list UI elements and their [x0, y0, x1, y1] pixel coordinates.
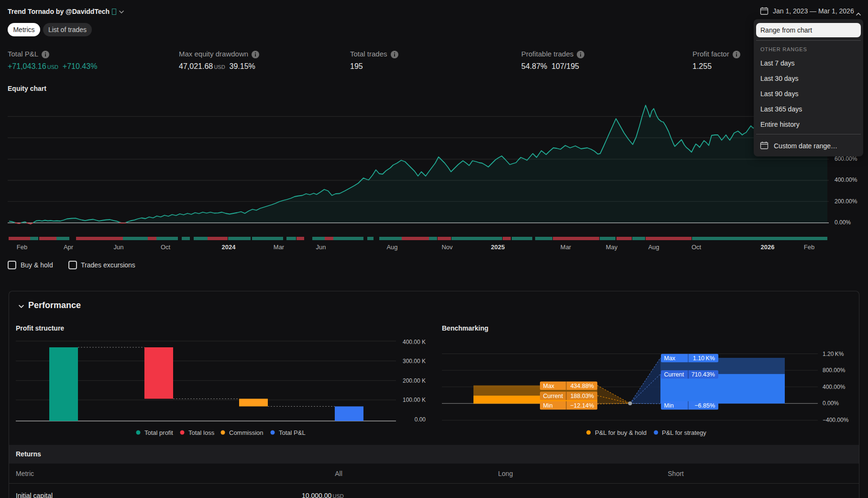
svg-text:2026: 2026: [761, 243, 775, 251]
svg-text:1.10 K%: 1.10 K%: [693, 355, 715, 362]
svg-text:2024: 2024: [222, 243, 236, 251]
svg-text:Feb: Feb: [17, 243, 27, 251]
svg-text:400.00%: 400.00%: [823, 384, 846, 390]
svg-text:Oct: Oct: [161, 243, 171, 251]
svg-text:Min: Min: [664, 402, 674, 409]
svg-text:Max: Max: [543, 383, 555, 389]
svg-text:200.00%: 200.00%: [835, 198, 857, 205]
svg-text:Max: Max: [664, 355, 676, 362]
svg-text:−12.14%: −12.14%: [570, 402, 594, 409]
svg-text:Aug: Aug: [648, 243, 659, 251]
svg-text:2025: 2025: [491, 243, 505, 251]
svg-text:Current: Current: [664, 371, 684, 378]
svg-text:P&L for buy & hold: P&L for buy & hold: [595, 429, 647, 436]
svg-text:710.43%: 710.43%: [692, 371, 715, 378]
svg-text:1.20 K%: 1.20 K%: [823, 351, 844, 357]
svg-text:0.00%: 0.00%: [823, 400, 839, 407]
svg-text:434.88%: 434.88%: [571, 383, 594, 389]
svg-text:Commission: Commission: [229, 429, 264, 436]
svg-text:Feb: Feb: [804, 243, 814, 251]
svg-text:188.03%: 188.03%: [571, 393, 594, 399]
svg-text:Current: Current: [543, 393, 563, 399]
svg-text:0.00: 0.00: [415, 416, 426, 423]
svg-text:100.00 K: 100.00 K: [403, 397, 426, 403]
svg-text:800.00%: 800.00%: [823, 367, 846, 374]
svg-text:Nov: Nov: [441, 243, 453, 251]
svg-text:200.00 K: 200.00 K: [403, 377, 426, 384]
svg-text:May: May: [606, 243, 618, 251]
svg-text:Jun: Jun: [114, 243, 124, 251]
svg-text:Jun: Jun: [316, 243, 326, 251]
svg-text:P&L for strategy: P&L for strategy: [662, 429, 706, 436]
svg-text:Mar: Mar: [560, 243, 571, 251]
svg-text:300.00 K: 300.00 K: [403, 358, 426, 365]
svg-text:400.00%: 400.00%: [835, 177, 857, 183]
svg-text:Total P&L: Total P&L: [279, 429, 306, 436]
svg-text:0.00%: 0.00%: [835, 219, 851, 226]
svg-text:400.00 K: 400.00 K: [403, 339, 426, 345]
svg-text:Total profit: Total profit: [144, 429, 173, 436]
svg-text:−400.00%: −400.00%: [823, 417, 849, 423]
svg-text:Oct: Oct: [692, 243, 702, 251]
svg-text:−6.85%: −6.85%: [694, 402, 715, 409]
svg-text:Mar: Mar: [274, 243, 285, 251]
svg-text:Apr: Apr: [64, 243, 74, 251]
svg-text:Total loss: Total loss: [188, 429, 215, 436]
svg-text:Min: Min: [543, 402, 553, 409]
svg-text:Aug: Aug: [386, 243, 397, 251]
